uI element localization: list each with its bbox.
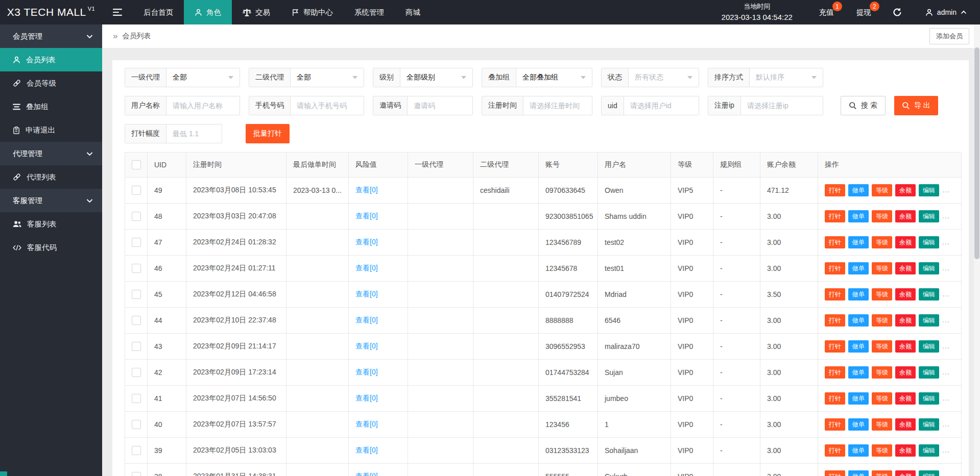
more-actions-button[interactable]: ... xyxy=(942,420,950,428)
phone-input[interactable] xyxy=(291,96,364,115)
sidebar-collapse-button[interactable] xyxy=(102,0,133,24)
view-risk-link[interactable]: 查看[0] xyxy=(355,368,378,376)
nav-item-mall[interactable]: 商城 xyxy=(395,0,431,24)
scrollbar-track[interactable] xyxy=(974,24,980,476)
balance-action-button[interactable]: 余额 xyxy=(895,314,916,327)
balance-action-button[interactable]: 余额 xyxy=(895,236,916,248)
more-actions-button[interactable]: ... xyxy=(942,446,950,454)
filter-select-sort-value[interactable]: 默认排序 xyxy=(750,68,823,87)
edit-action-button[interactable]: 编辑 xyxy=(919,236,939,248)
view-risk-link[interactable]: 查看[0] xyxy=(355,342,378,350)
balance-action-button[interactable]: 余额 xyxy=(895,210,916,222)
edit-action-button[interactable]: 编辑 xyxy=(919,184,939,196)
select-all-checkbox[interactable] xyxy=(132,160,141,169)
edit-action-button[interactable]: 编辑 xyxy=(919,262,939,274)
view-risk-link[interactable]: 查看[0] xyxy=(355,394,378,402)
nav-item-help-center[interactable]: 帮助中心 xyxy=(281,0,344,24)
inject-action-button[interactable]: 打针 xyxy=(825,314,845,327)
nav-item-trade[interactable]: 交易 xyxy=(232,0,281,24)
more-actions-button[interactable]: ... xyxy=(942,316,950,324)
edit-action-button[interactable]: 编辑 xyxy=(919,392,939,405)
row-checkbox[interactable] xyxy=(132,342,141,351)
balance-action-button[interactable]: 余额 xyxy=(895,288,916,300)
view-risk-link[interactable]: 查看[0] xyxy=(355,472,378,476)
reg-time-input[interactable] xyxy=(523,96,592,115)
order-action-button[interactable]: 做单 xyxy=(848,314,869,327)
inject-range-input[interactable] xyxy=(166,124,222,143)
nav-item-roles[interactable]: 角色 xyxy=(184,0,232,24)
batch-inject-button[interactable]: 批量打针 xyxy=(246,124,290,143)
invite-code-input[interactable] xyxy=(408,96,472,115)
row-checkbox[interactable] xyxy=(132,446,141,455)
inject-action-button[interactable]: 打针 xyxy=(825,288,845,300)
more-actions-button[interactable]: ... xyxy=(942,238,950,246)
level-action-button[interactable]: 等级 xyxy=(872,392,892,405)
inject-action-button[interactable]: 打针 xyxy=(825,184,845,196)
edit-action-button[interactable]: 编辑 xyxy=(919,314,939,327)
order-action-button[interactable]: 做单 xyxy=(848,340,869,353)
row-checkbox[interactable] xyxy=(132,212,141,221)
balance-action-button[interactable]: 余额 xyxy=(895,340,916,353)
filter-select-agent2-value[interactable]: 全部 xyxy=(291,68,364,87)
withdraw-button[interactable]: 提现 2 xyxy=(845,0,882,24)
order-action-button[interactable]: 做单 xyxy=(848,366,869,379)
level-action-button[interactable]: 等级 xyxy=(872,262,892,274)
order-action-button[interactable]: 做单 xyxy=(848,236,869,248)
row-checkbox[interactable] xyxy=(132,186,141,195)
sidebar-item-service-management[interactable]: 客服管理 xyxy=(0,189,102,212)
view-risk-link[interactable]: 查看[0] xyxy=(355,316,378,324)
row-checkbox[interactable] xyxy=(132,368,141,377)
level-action-button[interactable]: 等级 xyxy=(872,444,892,457)
export-button[interactable]: 导 出 xyxy=(894,96,938,115)
more-actions-button[interactable]: ... xyxy=(942,212,950,220)
more-actions-button[interactable]: ... xyxy=(942,264,950,272)
sidebar-item-exit-request[interactable]: 申请退出 xyxy=(0,118,102,142)
row-checkbox[interactable] xyxy=(132,264,141,273)
filter-select-agent1-value[interactable]: 全部 xyxy=(166,68,240,87)
username-input[interactable] xyxy=(166,96,240,115)
sidebar-item-member-management[interactable]: 会员管理 xyxy=(0,24,102,48)
balance-action-button[interactable]: 余额 xyxy=(895,418,916,431)
add-member-button[interactable]: 添加会员 xyxy=(929,28,969,44)
nav-item-dashboard[interactable]: 后台首页 xyxy=(133,0,184,24)
filter-select-stack-group-value[interactable]: 全部叠加组 xyxy=(516,68,592,87)
nav-item-system[interactable]: 系统管理 xyxy=(344,0,395,24)
level-action-button[interactable]: 等级 xyxy=(872,340,892,353)
level-action-button[interactable]: 等级 xyxy=(872,470,892,476)
edit-action-button[interactable]: 编辑 xyxy=(919,366,939,379)
view-risk-link[interactable]: 查看[0] xyxy=(355,238,378,246)
view-risk-link[interactable]: 查看[0] xyxy=(355,290,378,298)
level-action-button[interactable]: 等级 xyxy=(872,366,892,379)
edit-action-button[interactable]: 编辑 xyxy=(919,444,939,457)
view-risk-link[interactable]: 查看[0] xyxy=(355,264,378,272)
sidebar-item-service-code[interactable]: 客服代码 xyxy=(0,236,102,259)
inject-action-button[interactable]: 打针 xyxy=(825,262,845,274)
row-checkbox[interactable] xyxy=(132,420,141,429)
inject-action-button[interactable]: 打针 xyxy=(825,210,845,222)
recharge-button[interactable]: 充值 1 xyxy=(808,0,845,24)
sidebar-item-agent-list[interactable]: 代理列表 xyxy=(0,165,102,189)
filter-select-level-value[interactable]: 全部级别 xyxy=(400,68,472,87)
inject-action-button[interactable]: 打针 xyxy=(825,236,845,248)
balance-action-button[interactable]: 余额 xyxy=(895,470,916,476)
inject-action-button[interactable]: 打针 xyxy=(825,470,845,476)
view-risk-link[interactable]: 查看[0] xyxy=(355,446,378,454)
order-action-button[interactable]: 做单 xyxy=(848,418,869,431)
inject-action-button[interactable]: 打针 xyxy=(825,366,845,379)
edit-action-button[interactable]: 编辑 xyxy=(919,418,939,431)
row-checkbox[interactable] xyxy=(132,394,141,403)
inject-action-button[interactable]: 打针 xyxy=(825,418,845,431)
scrollbar-thumb[interactable] xyxy=(974,47,979,259)
more-actions-button[interactable]: ... xyxy=(942,342,950,350)
order-action-button[interactable]: 做单 xyxy=(848,444,869,457)
level-action-button[interactable]: 等级 xyxy=(872,236,892,248)
sidebar-item-member-level[interactable]: 会员等级 xyxy=(0,71,102,95)
user-menu[interactable]: admin xyxy=(912,0,980,24)
uid-input[interactable] xyxy=(624,96,699,115)
balance-action-button[interactable]: 余额 xyxy=(895,444,916,457)
level-action-button[interactable]: 等级 xyxy=(872,184,892,196)
level-action-button[interactable]: 等级 xyxy=(872,314,892,327)
sidebar-item-agent-management[interactable]: 代理管理 xyxy=(0,142,102,165)
sidebar-item-member-list[interactable]: 会员列表 xyxy=(0,48,102,71)
level-action-button[interactable]: 等级 xyxy=(872,288,892,300)
